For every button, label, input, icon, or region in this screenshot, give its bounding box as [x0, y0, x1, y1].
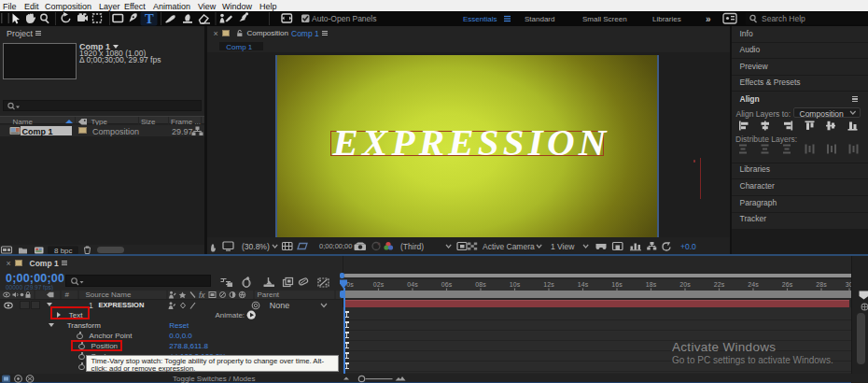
svg-text:Active Camera: Active Camera: [483, 242, 535, 251]
svg-text:02s: 02s: [372, 281, 384, 288]
svg-text:Standard: Standard: [525, 15, 554, 23]
svg-text:22s: 22s: [713, 281, 724, 288]
svg-text:Parent: Parent: [258, 291, 280, 299]
svg-text:Auto-Open Panels: Auto-Open Panels: [312, 14, 376, 23]
svg-text:16s: 16s: [611, 281, 623, 288]
svg-text:06s: 06s: [441, 281, 452, 288]
svg-text:12s: 12s: [543, 281, 554, 288]
svg-text:Source Name: Source Name: [86, 291, 132, 299]
svg-text:(30.8%): (30.8%): [242, 242, 270, 251]
svg-text:14s: 14s: [577, 281, 588, 288]
svg-text:Small Screen: Small Screen: [582, 15, 627, 23]
svg-text:04s: 04s: [407, 281, 418, 288]
svg-text:(Third): (Third): [400, 242, 424, 251]
svg-text:Search Help: Search Help: [762, 14, 805, 23]
svg-text:08s: 08s: [475, 281, 486, 288]
svg-text:18s: 18s: [645, 281, 656, 288]
svg-text:24s: 24s: [748, 281, 759, 288]
svg-text:fx: fx: [199, 291, 205, 299]
svg-text:Essentials: Essentials: [463, 15, 497, 23]
svg-text:»: »: [706, 13, 711, 23]
svg-text:Libraries: Libraries: [652, 15, 681, 23]
svg-text:#: #: [65, 291, 70, 299]
svg-text:+0.0: +0.0: [680, 242, 696, 251]
svg-text:0;00;00;00: 0;00;00;00: [319, 242, 352, 250]
svg-text:Toggle Switches / Modes: Toggle Switches / Modes: [173, 375, 256, 383]
svg-text:28s: 28s: [816, 281, 827, 288]
svg-text:T: T: [145, 11, 154, 26]
svg-text:26s: 26s: [781, 281, 792, 288]
svg-text:10s: 10s: [509, 281, 520, 288]
svg-text:8 bpc: 8 bpc: [54, 246, 73, 254]
svg-text:1 View: 1 View: [551, 242, 575, 251]
svg-text:20s: 20s: [679, 281, 691, 288]
